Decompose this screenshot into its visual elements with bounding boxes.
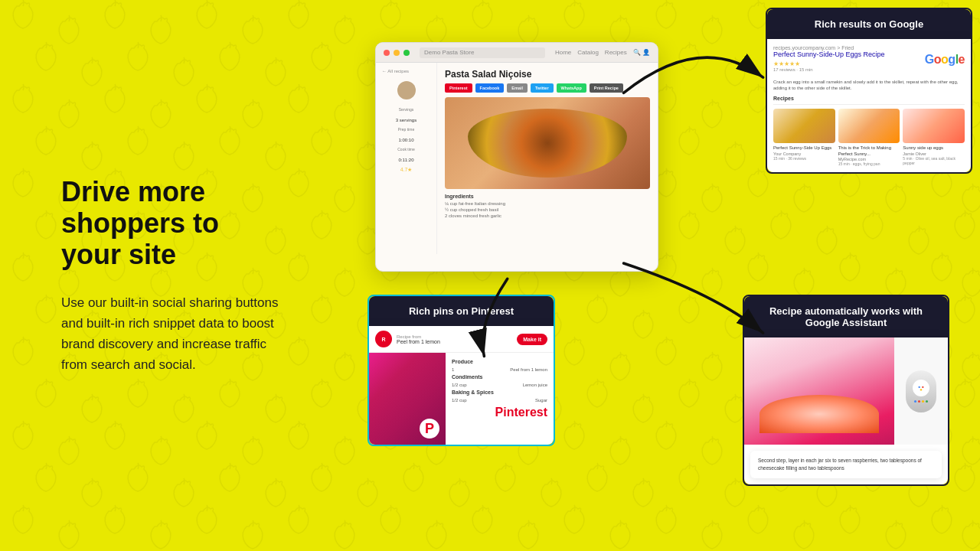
- servings-value: 3 servings: [382, 118, 430, 122]
- ingredient-3: 2 cloves minced fresh garlic: [445, 214, 650, 218]
- produce-qty: 1: [452, 367, 454, 372]
- google-search-content: recipes.yourcompany.com > Fried Perfect …: [767, 39, 971, 172]
- google-rich-results-card: Rich results on Google recipes.yourcompa…: [766, 8, 972, 174]
- google-meta: 17 reviews · 15 min: [773, 67, 885, 72]
- google-home-device: [906, 370, 936, 412]
- baking-item-1: 1/2 cup Sugar: [452, 398, 547, 403]
- ingredient-1: ¼ cup fat-free Italian dressing: [445, 201, 650, 206]
- pinterest-body: P Produce 1 Peel from 1 lemon Condiments…: [369, 353, 554, 445]
- pinterest-recipe-info: Recipe from Peel from 1 lemon: [397, 334, 512, 344]
- google-recipe-2: This is the Trick to Making Perfect Sunn…: [838, 109, 900, 167]
- produce-name: Peel from 1 lemon: [510, 367, 547, 372]
- pinterest-wordmark: Pinterest: [452, 406, 547, 419]
- svg-point-2: [919, 386, 920, 388]
- recipe-stats-1: 15 min · 36 reviews: [773, 156, 835, 161]
- pinterest-content: R Recipe from Peel from 1 lemon Make it …: [369, 326, 554, 445]
- prep-value: 1:00:10: [382, 138, 430, 142]
- assistant-device: [894, 337, 948, 445]
- recipes-label: Recipes: [773, 96, 965, 101]
- left-section: Drive more shoppers to your site Use our…: [0, 130, 329, 422]
- google-multicolor-icon: [916, 383, 926, 393]
- google-card-label: Rich results on Google: [767, 9, 971, 39]
- svg-point-4: [920, 389, 922, 390]
- pinterest-header: R Recipe from Peel from 1 lemon Make it: [369, 326, 554, 353]
- whatsapp-share-btn[interactable]: WhatsApp: [557, 83, 586, 93]
- google-stars: ★★★★★: [773, 60, 885, 67]
- google-assistant-card: Recipe automatically works with Google A…: [743, 295, 949, 486]
- svg-point-3: [922, 386, 923, 388]
- recipe-stats-2: 15 min · eggs, frying pan: [838, 161, 900, 166]
- google-recipe-3: Sunny side up eggs Jamie Oliver 5 min · …: [903, 109, 965, 167]
- prep-label: Prep time: [382, 127, 430, 132]
- produce-item-1: 1 Peel from 1 lemon: [452, 367, 547, 372]
- main-description: Use our built-in social sharing buttons …: [61, 292, 283, 376]
- pinterest-image: P: [369, 353, 446, 445]
- pinterest-card: Rich pins on Pinterest R Recipe from Pee…: [368, 295, 555, 446]
- light-yellow: [922, 400, 924, 403]
- recipe-hero-image: [445, 97, 650, 189]
- browser-dot-yellow: [394, 50, 400, 56]
- recipe-bowl: [468, 109, 627, 178]
- recipe-stats-3: 5 min · Olive oil, sea salt, black peppe…: [903, 156, 965, 165]
- ingredient-2: ½ cup chopped fresh basil: [445, 207, 650, 212]
- recipe-name-3: Sunny side up eggs: [903, 145, 965, 152]
- recipe-name-2: This is the Trick to Making Perfect Sunn…: [838, 145, 900, 158]
- google-url: recipes.yourcompany.com > Fried: [773, 45, 885, 51]
- print-share-btn[interactable]: Print Recipe: [590, 83, 623, 93]
- device-lights: [914, 400, 928, 403]
- assistant-speech-bubble: Second step, layer in each jar six to se…: [750, 451, 942, 478]
- condiments-section-title: Condiments: [452, 374, 547, 380]
- make-it-button[interactable]: Make it: [517, 334, 547, 345]
- produce-section-title: Produce: [452, 359, 547, 364]
- author-avatar: [397, 81, 416, 99]
- google-snippet: Crack an egg into a small ramekin and sl…: [773, 79, 965, 92]
- recipe-img-1: [773, 109, 835, 143]
- browser-site-name: Demo Pasta Store: [424, 49, 474, 56]
- svg-point-1: [916, 383, 926, 393]
- recipe-main: Pasta Salad Niçoise Pinterest Facebook E…: [437, 63, 658, 254]
- google-recipe-1: Perfect Sunny-Side Up Eggs Your Company …: [773, 109, 835, 167]
- assistant-image: [744, 337, 894, 445]
- browser-dot-red: [384, 50, 390, 56]
- nav-recipes: Recipes: [605, 49, 627, 56]
- google-assistant-icon: [913, 380, 929, 396]
- recipe-content: ← All recipes Servings 3 servings Prep t…: [376, 63, 658, 254]
- recipe-img-2: [838, 109, 900, 143]
- facebook-share-btn[interactable]: Facebook: [475, 83, 505, 93]
- light-red: [918, 400, 920, 403]
- pinterest-share-btn[interactable]: Pinterest: [445, 83, 472, 93]
- pinterest-logo: P: [420, 419, 439, 439]
- social-buttons: Pinterest Facebook Email Twitter WhatsAp…: [445, 83, 650, 93]
- pinterest-recipe-icon: R: [375, 331, 392, 347]
- food-bowl: [760, 395, 879, 433]
- browser-bar: Demo Pasta Store Home Catalog Recipes 🔍 …: [376, 43, 658, 63]
- email-share-btn[interactable]: Email: [507, 83, 528, 93]
- baking-section-title: Baking & Spices: [452, 390, 547, 395]
- light-green: [926, 400, 928, 403]
- recipe-sidebar: ← All recipes Servings 3 servings Prep t…: [376, 63, 437, 254]
- cook-value: 0:11:20: [382, 158, 430, 162]
- nav-catalog: Catalog: [577, 49, 599, 56]
- servings-label: Servings: [382, 107, 430, 112]
- browser-url-bar: Demo Pasta Store: [420, 47, 545, 58]
- recipe-stars: 4.7★: [382, 167, 430, 173]
- main-heading: Drive more shoppers to your site: [61, 176, 283, 271]
- right-section: Demo Pasta Store Home Catalog Recipes 🔍 …: [329, 0, 980, 551]
- assistant-card-label: Recipe automatically works with Google A…: [744, 296, 948, 337]
- recipe-title: Pasta Salad Niçoise: [445, 69, 650, 80]
- condiment-name: Lemon juice: [523, 383, 547, 387]
- google-recipes-grid: Perfect Sunny-Side Up Eggs Your Company …: [773, 104, 965, 167]
- assistant-body: [744, 337, 948, 445]
- twitter-share-btn[interactable]: Twitter: [531, 83, 554, 93]
- recipe-name-1: Perfect Sunny-Side Up Eggs: [773, 145, 835, 152]
- recipe-img-3: [903, 109, 965, 143]
- pinterest-details: Produce 1 Peel from 1 lemon Condiments 1…: [446, 353, 554, 445]
- nav-home: Home: [555, 49, 571, 56]
- assistant-content: Second step, layer in each jar six to se…: [744, 337, 948, 484]
- light-blue: [914, 400, 916, 403]
- pinterest-card-label: Rich pins on Pinterest: [369, 296, 554, 326]
- ingredients-section: Ingredients ¼ cup fat-free Italian dress…: [445, 194, 650, 218]
- back-link: ← All recipes: [382, 69, 430, 73]
- baking-qty: 1/2 cup: [452, 398, 467, 403]
- condiments-item-1: 1/2 cup Lemon juice: [452, 383, 547, 387]
